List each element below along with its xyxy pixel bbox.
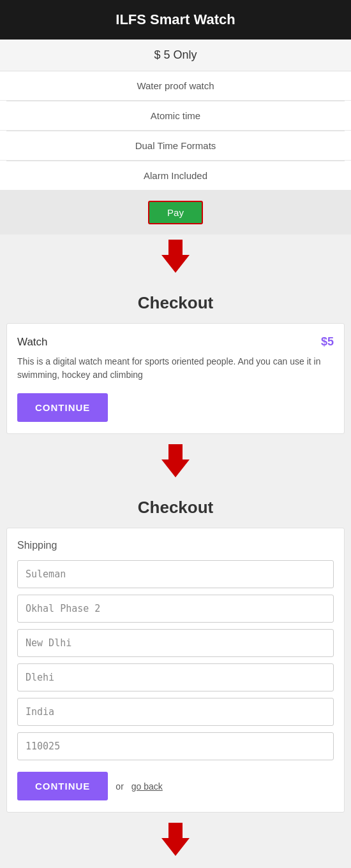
- product-feature-4: Alarm Included: [0, 161, 351, 191]
- watch-row: Watch $5: [17, 335, 334, 349]
- shipping-label: Shipping: [17, 540, 334, 551]
- shipping-country-input[interactable]: [17, 698, 334, 726]
- down-arrow-icon-2: [161, 444, 190, 480]
- shipping-actions: CONTINUE or go back: [17, 772, 334, 800]
- checkout-section-2: Checkout Shipping CONTINUE or go back: [0, 482, 351, 813]
- shipping-card: Shipping CONTINUE or go back: [6, 528, 345, 813]
- continue-button-2[interactable]: CONTINUE: [17, 772, 108, 800]
- shipping-zip-input[interactable]: [17, 732, 334, 760]
- shipping-city-input[interactable]: [17, 629, 334, 657]
- continue-button-1[interactable]: CONTINUE: [17, 393, 108, 422]
- product-title: ILFS Smart Watch: [0, 0, 351, 40]
- checkout-title-1: Checkout: [0, 284, 351, 323]
- product-feature-2: Atomic time: [0, 101, 351, 131]
- arrow-1: [0, 235, 351, 278]
- shipping-name-input[interactable]: [17, 560, 334, 588]
- shipping-address-input[interactable]: [17, 595, 334, 623]
- pay-button[interactable]: Pay: [148, 201, 203, 224]
- product-feature-1: Water proof watch: [0, 71, 351, 101]
- watch-price: $5: [321, 335, 334, 349]
- go-back-link-2[interactable]: go back: [131, 781, 163, 792]
- shipping-state-input[interactable]: [17, 663, 334, 691]
- checkout-section-3: Checkout Card payment ✉ ▬ MM / YY CVC PA…: [0, 861, 351, 868]
- down-arrow-icon-3: [161, 823, 190, 858]
- product-card: ILFS Smart Watch $ 5 Only Water proof wa…: [0, 0, 351, 235]
- checkout-section-1: Checkout Watch $5 This is a digital watc…: [0, 278, 351, 434]
- pay-container: Pay: [0, 191, 351, 235]
- arrow-3: [0, 813, 351, 861]
- watch-card: Watch $5 This is a digital watch meant f…: [6, 323, 345, 434]
- product-feature-3: Dual Time Formats: [0, 131, 351, 161]
- or-text-2: or: [116, 781, 123, 792]
- watch-name: Watch: [17, 336, 48, 349]
- arrow-2: [0, 434, 351, 482]
- checkout-title-2: Checkout: [0, 489, 351, 528]
- watch-description: This is a digital watch meant for sports…: [17, 355, 334, 382]
- product-price: $ 5 Only: [0, 40, 351, 71]
- down-arrow-icon: [161, 240, 190, 275]
